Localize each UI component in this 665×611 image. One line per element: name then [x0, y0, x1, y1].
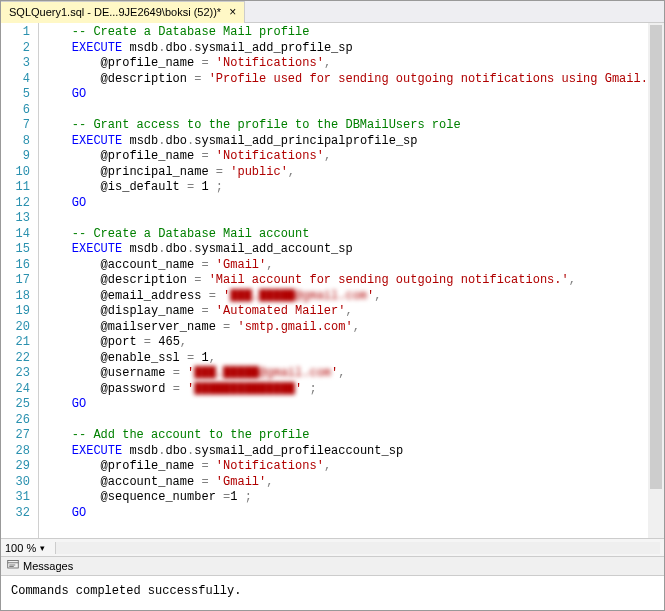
line-number: 24: [5, 382, 30, 398]
horizontal-scrollbar[interactable]: [55, 542, 660, 554]
code-line[interactable]: [43, 103, 644, 119]
zoom-level[interactable]: 100 %: [5, 542, 36, 554]
messages-icon: [7, 559, 19, 573]
line-number: 9: [5, 149, 30, 165]
code-line[interactable]: [43, 413, 644, 429]
code-line[interactable]: -- Create a Database Mail profile: [43, 25, 644, 41]
line-number: 26: [5, 413, 30, 429]
code-line[interactable]: @profile_name = 'Notifications',: [43, 459, 644, 475]
line-number: 15: [5, 242, 30, 258]
line-number: 14: [5, 227, 30, 243]
code-line[interactable]: @account_name = 'Gmail',: [43, 258, 644, 274]
code-line[interactable]: @is_default = 1 ;: [43, 180, 644, 196]
code-area[interactable]: -- Create a Database Mail profile EXECUT…: [39, 23, 648, 538]
editor-status-bar: 100 % ▾: [1, 538, 664, 556]
line-number: 31: [5, 490, 30, 506]
line-number: 2: [5, 41, 30, 57]
code-line[interactable]: @enable_ssl = 1,: [43, 351, 644, 367]
code-line[interactable]: -- Add the account to the profile: [43, 428, 644, 444]
code-line[interactable]: @description = 'Profile used for sending…: [43, 72, 644, 88]
code-editor: 1234567891011121314151617181920212223242…: [1, 23, 664, 538]
line-number: 32: [5, 506, 30, 522]
code-line[interactable]: @port = 465,: [43, 335, 644, 351]
line-number: 19: [5, 304, 30, 320]
line-number: 3: [5, 56, 30, 72]
code-line[interactable]: GO: [43, 397, 644, 413]
code-line[interactable]: EXECUTE msdb.dbo.sysmail_add_profile_sp: [43, 41, 644, 57]
line-number: 20: [5, 320, 30, 336]
code-line[interactable]: GO: [43, 87, 644, 103]
code-line[interactable]: GO: [43, 196, 644, 212]
messages-output: Commands completed successfully.: [1, 576, 664, 610]
code-line[interactable]: @username = '███.█████@gmail.com',: [43, 366, 644, 382]
vertical-scrollbar[interactable]: [648, 23, 664, 538]
tab-title: SQLQuery1.sql - DE...9JE2649\boksi (52))…: [9, 6, 221, 18]
line-number: 4: [5, 72, 30, 88]
code-line[interactable]: @profile_name = 'Notifications',: [43, 56, 644, 72]
line-number: 6: [5, 103, 30, 119]
line-number: 27: [5, 428, 30, 444]
code-line[interactable]: @password = '██████████████' ;: [43, 382, 644, 398]
code-line[interactable]: EXECUTE msdb.dbo.sysmail_add_principalpr…: [43, 134, 644, 150]
code-line[interactable]: @sequence_number =1 ;: [43, 490, 644, 506]
messages-tab[interactable]: Messages: [1, 556, 664, 576]
code-line[interactable]: [43, 211, 644, 227]
code-line[interactable]: @profile_name = 'Notifications',: [43, 149, 644, 165]
code-line[interactable]: -- Grant access to the profile to the DB…: [43, 118, 644, 134]
line-number: 23: [5, 366, 30, 382]
line-number: 8: [5, 134, 30, 150]
code-line[interactable]: EXECUTE msdb.dbo.sysmail_add_profileacco…: [43, 444, 644, 460]
code-line[interactable]: -- Create a Database Mail account: [43, 227, 644, 243]
line-number: 1: [5, 25, 30, 41]
scroll-thumb[interactable]: [650, 25, 662, 489]
chevron-down-icon[interactable]: ▾: [40, 543, 45, 553]
line-number: 18: [5, 289, 30, 305]
line-number: 5: [5, 87, 30, 103]
line-number: 10: [5, 165, 30, 181]
line-number: 11: [5, 180, 30, 196]
code-line[interactable]: @description = 'Mail account for sending…: [43, 273, 644, 289]
messages-label: Messages: [23, 560, 73, 572]
line-number: 22: [5, 351, 30, 367]
tab-bar: SQLQuery1.sql - DE...9JE2649\boksi (52))…: [1, 1, 664, 23]
line-number: 17: [5, 273, 30, 289]
code-line[interactable]: @principal_name = 'public',: [43, 165, 644, 181]
code-line[interactable]: @display_name = 'Automated Mailer',: [43, 304, 644, 320]
messages-text: Commands completed successfully.: [11, 584, 241, 598]
line-number: 7: [5, 118, 30, 134]
line-number: 13: [5, 211, 30, 227]
line-number: 21: [5, 335, 30, 351]
line-number: 30: [5, 475, 30, 491]
code-line[interactable]: @account_name = 'Gmail',: [43, 475, 644, 491]
line-number: 12: [5, 196, 30, 212]
line-number: 16: [5, 258, 30, 274]
code-line[interactable]: EXECUTE msdb.dbo.sysmail_add_account_sp: [43, 242, 644, 258]
code-line[interactable]: GO: [43, 506, 644, 522]
line-number-gutter: 1234567891011121314151617181920212223242…: [1, 23, 39, 538]
document-tab[interactable]: SQLQuery1.sql - DE...9JE2649\boksi (52))…: [1, 1, 245, 23]
line-number: 28: [5, 444, 30, 460]
code-line[interactable]: @email_address = '███.█████@gmail.com',: [43, 289, 644, 305]
code-line[interactable]: @mailserver_name = 'smtp.gmail.com',: [43, 320, 644, 336]
close-icon[interactable]: ×: [227, 5, 238, 19]
line-number: 29: [5, 459, 30, 475]
line-number: 25: [5, 397, 30, 413]
